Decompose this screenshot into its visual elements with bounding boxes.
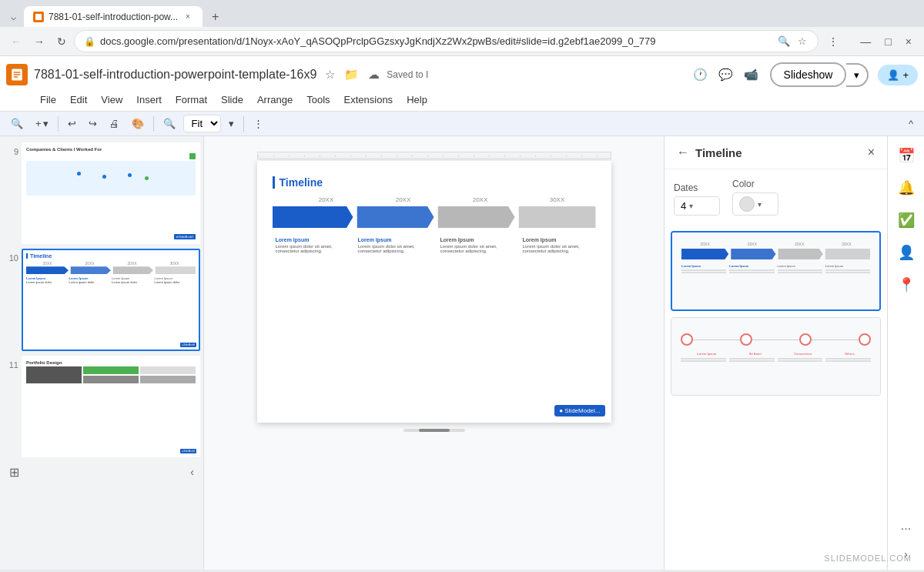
dates-label: Dates (674, 182, 720, 193)
menu-extensions[interactable]: Extensions (338, 92, 400, 108)
forward-button[interactable]: → (29, 32, 49, 51)
sidebar-tasks-icon[interactable]: ✅ (893, 207, 919, 233)
collaborate-button[interactable]: 👤 + (878, 65, 918, 85)
sidebar-notification-icon[interactable]: 🔔 (893, 175, 919, 201)
zoom-out-button[interactable]: 🔍 (159, 115, 180, 132)
more-options-button[interactable]: ⋮ (249, 115, 268, 132)
collab-icon: 👤 (887, 69, 899, 81)
bookmark-icon[interactable]: ☆ (796, 34, 808, 49)
menu-view[interactable]: View (95, 92, 129, 108)
menu-arrange[interactable]: Arrange (251, 92, 299, 108)
tab-group-button[interactable]: ⌵ (6, 8, 21, 25)
zoom-icon[interactable]: 🔍 (776, 34, 792, 49)
dates-control: Dates 4 ▾ (674, 182, 720, 216)
options-button[interactable]: ⋮ (822, 32, 845, 51)
slidemodel-logo: ● SlideModel... (554, 405, 604, 416)
menu-edit[interactable]: Edit (64, 92, 93, 108)
menu-bar: File Edit View Insert Format Slide Arran… (6, 90, 918, 111)
tab-favicon (33, 12, 44, 22)
toolbar-divider-3 (243, 116, 244, 132)
sidebar-contacts-icon[interactable]: 👤 (893, 239, 919, 266)
zoom-dropdown[interactable]: ▾ (224, 115, 239, 132)
camera-icon[interactable]: 📹 (742, 65, 761, 84)
color-select[interactable]: ▾ (732, 192, 778, 216)
address-bar[interactable]: 🔒 docs.google.com/presentation/d/1Noyx-x… (74, 30, 819, 52)
right-panel: ← Timeline × Dates 4 ▾ Color ▾ (664, 136, 887, 570)
active-tab[interactable]: 7881-01-self-introduction-pow... × (24, 6, 203, 27)
svg-rect-3 (14, 76, 18, 78)
maximize-button[interactable]: □ (879, 32, 897, 51)
timeline-arrows (273, 206, 596, 228)
menu-format[interactable]: Format (169, 92, 213, 108)
slide-area: Timeline 20XX 20XX 20XX 30XX Lorem Ipsum… (204, 136, 664, 570)
collapse-panel-button[interactable]: ‹ (190, 466, 194, 478)
refresh-button[interactable]: ↻ (52, 32, 71, 51)
slide-thumb-9[interactable]: Companies & Clients I Worked For ●SlideM… (22, 142, 200, 244)
menu-tools[interactable]: Tools (300, 92, 336, 108)
folder-icon[interactable]: 📁 (342, 65, 361, 84)
doc-title: 7881-01-self-introduction-powerpoint-tem… (34, 68, 316, 82)
slide-thumb-10[interactable]: Timeline 20XX20XX20XX30XX Lorem Ipsum Lo (22, 249, 200, 350)
toolbar-divider-1 (58, 116, 59, 132)
sidebar-maps-icon[interactable]: 📍 (893, 272, 919, 298)
template-card-2[interactable]: Lorem IpsumSit AmetConsecteturOthers (671, 317, 881, 396)
address-icons: 🔍 ☆ (776, 34, 808, 49)
sidebar-calendar-icon[interactable]: 📅 (893, 142, 919, 169)
slide-item-10[interactable]: 10 Timeline 20XX20XX20XX30XX (3, 249, 200, 350)
redo-button[interactable]: ↪ (84, 115, 102, 132)
back-button[interactable]: ← (6, 32, 26, 51)
add-button[interactable]: + ▾ (31, 115, 53, 132)
zoom-select[interactable]: Fit (183, 115, 221, 132)
slides-header: 7881-01-self-introduction-powerpoint-tem… (0, 56, 924, 112)
sidebar-more-button[interactable]: ··· (898, 519, 914, 539)
panel-header: ← Timeline × (665, 136, 887, 169)
scrollbar-thumb[interactable] (419, 429, 450, 432)
main-content: 9 Companies & Clients I Worked For ●Slid… (0, 136, 924, 570)
saved-label: Saved to I (387, 69, 428, 80)
timeline-years: 20XX 20XX 20XX 30XX (273, 196, 596, 203)
search-button[interactable]: 🔍 (6, 115, 28, 132)
template-card-1[interactable]: 20XX20XX20XX20XX Lorem Ipsum Lorem Ipsum… (671, 231, 881, 311)
new-tab-button[interactable]: + (206, 7, 225, 27)
paint-button[interactable]: 🎨 (127, 115, 149, 132)
browser-action-buttons: ⋮ (822, 32, 845, 51)
scrollbar-track (403, 429, 465, 432)
comments-icon[interactable]: 💬 (716, 65, 735, 84)
dates-select[interactable]: 4 ▾ (674, 196, 720, 216)
panel-close-button[interactable]: × (865, 142, 878, 162)
browser-controls: ← → ↻ 🔒 docs.google.com/presentation/d/1… (0, 27, 924, 56)
panel-title: Timeline (695, 146, 865, 159)
collapse-toolbar-button[interactable]: ^ (904, 115, 918, 132)
timeline-item-3: Lorem Ipsum Lorem ipsum dolor sit amet, … (437, 237, 514, 253)
close-button[interactable]: × (899, 32, 918, 51)
menu-insert[interactable]: Insert (130, 92, 168, 108)
slide-scrollbar[interactable] (219, 429, 648, 432)
slide-thumb-11[interactable]: Portfolio Design ●SlideModel (22, 356, 200, 457)
menu-file[interactable]: File (34, 92, 62, 108)
timeline-items: Lorem Ipsum Lorem ipsum dolor sit amet, … (273, 237, 596, 253)
star-icon[interactable]: ☆ (323, 65, 337, 84)
slide-number-10: 10 (3, 249, 18, 263)
cloud-icon[interactable]: ☁ (366, 65, 382, 84)
slides-icons: ☆ 📁 ☁ Saved to I (323, 65, 428, 84)
panel-back-button[interactable]: ← (674, 142, 692, 162)
slide-number-11: 11 (3, 356, 18, 370)
tab-close-button[interactable]: × (182, 11, 193, 22)
slideshow-button[interactable]: Slideshow (770, 62, 847, 87)
slideshow-dropdown-button[interactable]: ▾ (846, 63, 869, 87)
history-icon[interactable]: 🕐 (691, 65, 710, 84)
toolbar: 🔍 + ▾ ↩ ↪ 🖨 🎨 🔍 Fit ▾ ⋮ ^ (0, 112, 924, 136)
grid-view-button[interactable]: ⊞ (9, 465, 19, 480)
minimize-button[interactable]: — (854, 32, 877, 51)
slides-favicon (6, 64, 28, 85)
slide-number-9: 9 (3, 142, 18, 156)
menu-slide[interactable]: Slide (215, 92, 249, 108)
security-icon: 🔒 (84, 36, 95, 47)
toolbar-divider-2 (153, 116, 154, 132)
menu-help[interactable]: Help (400, 92, 434, 108)
svg-rect-2 (14, 74, 21, 75)
slide-item-11[interactable]: 11 Portfolio Design ●SlideModel (3, 356, 200, 457)
slide-item-9[interactable]: 9 Companies & Clients I Worked For ●Slid… (3, 142, 200, 244)
print-button[interactable]: 🖨 (105, 115, 124, 132)
undo-button[interactable]: ↩ (63, 115, 81, 132)
